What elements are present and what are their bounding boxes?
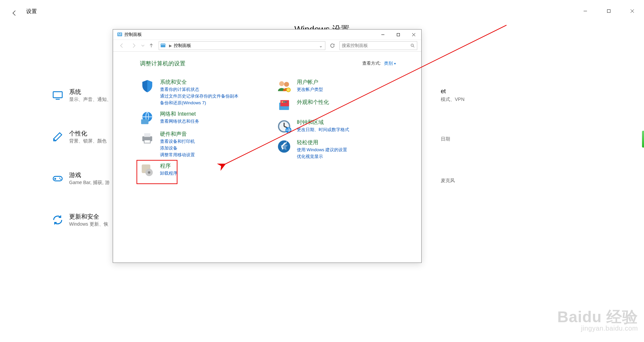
svg-rect-33	[281, 101, 283, 103]
settings-cat-title: 个性化	[69, 129, 87, 137]
svg-rect-14	[397, 33, 399, 36]
frag-line: 麦克风	[441, 178, 455, 184]
frag-line: et	[441, 88, 446, 95]
svg-rect-32	[280, 100, 289, 106]
cp-viewby: 查看方式: 类别▾	[362, 60, 396, 66]
cp-cat-title[interactable]: 时钟和区域	[297, 119, 349, 126]
watermark-line2: jingyan.baidu.com	[557, 325, 638, 332]
brush-icon	[50, 129, 65, 144]
cp-item-users: 用户帐户 更改帐户类型	[277, 79, 401, 94]
svg-rect-35	[285, 101, 286, 103]
appearance-icon	[277, 99, 292, 114]
programs-icon	[140, 163, 155, 178]
cp-cat-title[interactable]: 系统和安全	[160, 79, 238, 86]
cp-cat-title[interactable]: 外观和个性化	[297, 99, 329, 106]
globe-icon	[140, 111, 155, 126]
svg-point-8	[60, 179, 61, 180]
cp-cat-title[interactable]: 轻松使用	[297, 139, 347, 146]
cp-item-ease: 轻松使用 使用 Windows 建议的设置 优化视觉显示	[277, 139, 401, 160]
cp-item-appearance: 外观和个性化	[277, 99, 401, 114]
nav-back-button[interactable]	[117, 41, 126, 50]
settings-cat-title: 更新和安全	[69, 213, 99, 221]
cp-item-clock: 时钟和区域 更改日期、时间或数字格式	[277, 119, 401, 134]
cp-close-button[interactable]	[406, 30, 421, 40]
svg-point-7	[59, 178, 60, 179]
address-dropdown-icon[interactable]: ⌄	[318, 43, 324, 48]
svg-rect-2	[53, 92, 62, 98]
cp-link[interactable]: 通过文件历史记录保存你的文件备份副本	[160, 93, 238, 99]
cp-link[interactable]: 添加设备	[160, 145, 195, 151]
cp-cat-title[interactable]: 用户帐户	[297, 79, 323, 86]
cp-link[interactable]: 查看你的计算机状态	[160, 87, 238, 93]
cp-link[interactable]: 调整常用移动设置	[160, 152, 195, 158]
svg-rect-17	[163, 44, 165, 45]
control-panel-icon	[117, 32, 122, 37]
page-scroll-indicator	[642, 131, 644, 148]
viewby-label: 查看方式:	[362, 61, 381, 66]
settings-cat-title: 游戏	[69, 171, 81, 179]
cp-link[interactable]: 备份和还原(Windows 7)	[160, 100, 238, 106]
cp-link[interactable]: 查看网络状态和任务	[160, 118, 199, 124]
cp-link[interactable]: 查看设备和打印机	[160, 138, 195, 145]
clock-icon	[277, 119, 292, 134]
settings-close-button[interactable]	[625, 6, 640, 16]
cp-minimize-button[interactable]	[375, 30, 390, 40]
cp-link[interactable]: 更改帐户类型	[297, 87, 323, 93]
cp-item-system-security: 系统和安全 查看你的计算机状态 通过文件历史记录保存你的文件备份副本 备份和还原…	[140, 79, 265, 106]
sync-icon	[50, 213, 65, 227]
svg-rect-9	[117, 33, 122, 36]
watermark: Baidu 经验 jingyan.baidu.com	[557, 309, 638, 332]
display-icon	[50, 88, 65, 103]
nav-history-dropdown[interactable]	[141, 44, 145, 47]
control-panel-icon	[160, 43, 166, 48]
settings-cat-desc: 背景、锁屏、颜色	[69, 138, 107, 144]
cp-item-programs: 程序 卸载程序	[140, 163, 265, 178]
frag-line: 模式、VPN	[441, 97, 465, 103]
svg-point-27	[148, 171, 150, 174]
nav-up-button[interactable]	[147, 42, 155, 50]
svg-rect-34	[283, 101, 285, 103]
cp-link[interactable]: 卸载程序	[160, 170, 177, 176]
cp-item-hardware: 硬件和声音 查看设备和打印机 添加设备 调整常用移动设置	[140, 131, 265, 158]
settings-cat-desc: Game Bar, 捕获, 游	[69, 180, 110, 186]
shield-icon	[140, 79, 155, 94]
nav-forward-button[interactable]	[129, 41, 139, 50]
watermark-line1: Baidu 经验	[557, 309, 638, 325]
back-arrow-icon[interactable]	[11, 9, 18, 17]
control-panel-window: 控制面板 ▶ 控制面板 ⌄ 搜索控制面板 调整计算机的设置 查	[113, 29, 422, 263]
cp-maximize-button[interactable]	[390, 30, 406, 40]
svg-rect-15	[161, 44, 165, 47]
svg-rect-12	[118, 35, 121, 35]
settings-minimize-button[interactable]	[578, 6, 593, 16]
settings-maximize-button[interactable]	[601, 6, 616, 16]
svg-point-18	[411, 44, 413, 46]
cp-cat-title[interactable]: 网络和 Internet	[160, 111, 199, 118]
cp-cat-title[interactable]: 硬件和声音	[160, 131, 195, 138]
breadcrumb-item[interactable]: 控制面板	[174, 43, 191, 49]
svg-rect-10	[118, 33, 119, 34]
search-icon	[410, 43, 415, 48]
refresh-button[interactable]	[328, 41, 337, 50]
cp-item-network: 网络和 Internet 查看网络状态和任务	[140, 111, 265, 126]
address-bar[interactable]: ▶ 控制面板 ⌄	[159, 41, 325, 50]
svg-rect-16	[161, 44, 163, 45]
ease-of-access-icon	[277, 139, 292, 155]
viewby-dropdown[interactable]: 类别▾	[384, 61, 396, 66]
search-placeholder: 搜索控制面板	[342, 43, 410, 49]
settings-window-title: 设置	[26, 8, 37, 15]
settings-cat-title: 系统	[69, 88, 81, 96]
svg-point-29	[284, 82, 289, 87]
svg-point-28	[279, 81, 284, 86]
gamepad-icon	[50, 171, 65, 186]
cp-cat-title[interactable]: 程序	[160, 163, 177, 170]
cp-link[interactable]: 使用 Windows 建议的设置	[297, 147, 347, 153]
settings-cat-desc: Windows 更新、恢	[69, 221, 108, 227]
svg-rect-23	[144, 133, 150, 137]
chevron-right-icon: ▶	[169, 44, 172, 48]
cp-search-input[interactable]: 搜索控制面板	[339, 41, 417, 50]
svg-rect-24	[144, 140, 150, 143]
cp-link[interactable]: 优化视觉显示	[297, 154, 347, 160]
svg-line-19	[413, 46, 415, 48]
cp-link[interactable]: 更改日期、时间或数字格式	[297, 127, 349, 133]
svg-rect-1	[607, 10, 610, 13]
